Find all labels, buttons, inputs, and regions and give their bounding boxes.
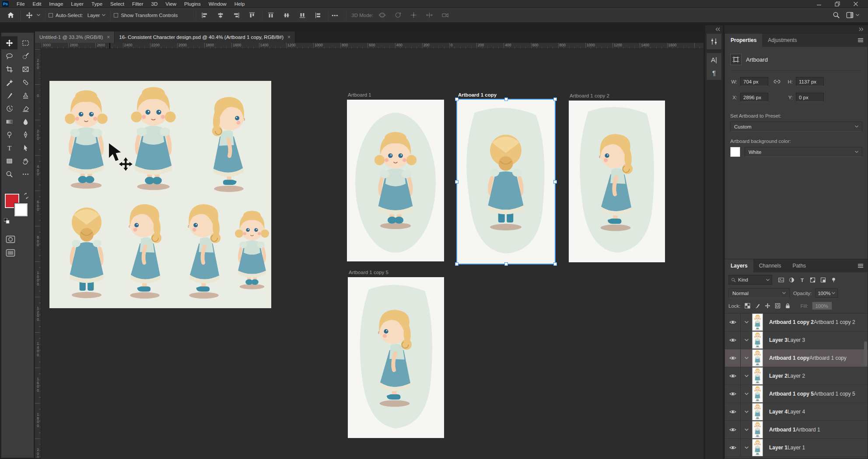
artboard-label[interactable]: Artboard 1 copy [458, 92, 497, 97]
height-field[interactable]: 1137 px [796, 77, 824, 86]
type-tool[interactable] [1, 141, 18, 154]
menu-item[interactable]: 3D [147, 0, 162, 8]
distribute-bottom-icon[interactable] [297, 10, 308, 21]
layer-thumbnail[interactable] [752, 349, 763, 367]
distribute-top-icon[interactable] [266, 10, 276, 21]
selection-handle[interactable] [553, 180, 557, 184]
restore-icon[interactable] [835, 1, 840, 7]
frame-tool[interactable] [18, 63, 34, 76]
layer-row[interactable]: Layer 2 Layer 2 [725, 367, 868, 385]
artboard-panel[interactable]: Artboard 1 copy 5 [348, 277, 444, 438]
align-right-icon[interactable] [231, 10, 242, 21]
layer-thumbnail[interactable] [752, 313, 763, 331]
artboard-panel[interactable]: Artboard 1 copy 2 [569, 101, 665, 262]
crop-tool[interactable] [1, 63, 18, 76]
layer-thumbnail[interactable] [752, 367, 763, 385]
layer-search-filter[interactable]: Kind [728, 275, 772, 285]
menu-item[interactable]: Image [45, 0, 67, 8]
menu-item[interactable]: Filter [128, 0, 147, 8]
reference-image[interactable] [49, 81, 271, 308]
lock-artboard-nesting-icon[interactable] [775, 303, 780, 309]
history-brush-tool[interactable] [1, 102, 18, 115]
layer-row[interactable]: Artboard 1 copy 2 Artboard 1 copy 2 [725, 313, 868, 331]
selection-handle[interactable] [455, 97, 458, 101]
character-panel-icon[interactable]: A| [711, 57, 717, 63]
adjustment-layer-filter-icon[interactable] [788, 277, 795, 283]
canvas[interactable]: Artboard 1 Artboard 1 copy Artboard 1 c [41, 49, 704, 459]
move-tool[interactable] [1, 36, 18, 49]
tab-close-icon[interactable]: × [287, 34, 290, 40]
gradient-tool[interactable] [1, 115, 18, 128]
chevron-down-icon[interactable] [37, 14, 40, 16]
layer-row[interactable]: Artboard 1 copy 5 Artboard 1 copy 5 [725, 385, 868, 403]
paragraph-panel-icon[interactable]: ¶ [712, 70, 716, 76]
horizontal-ruler[interactable]: 3000280026002400220020001800160014001200… [41, 43, 704, 49]
menu-item[interactable]: Edit [29, 0, 46, 8]
healing-brush-tool[interactable] [18, 76, 34, 89]
3d-pan-icon[interactable] [408, 10, 419, 21]
menu-item[interactable]: Layer [67, 0, 88, 8]
visibility-eye-icon[interactable] [725, 367, 741, 385]
menu-item[interactable]: View [161, 0, 180, 8]
chevron-down-icon[interactable] [741, 375, 752, 377]
layer-row[interactable]: Artboard 1 Artboard 1 [725, 421, 868, 439]
dodge-tool[interactable] [1, 128, 18, 141]
visibility-eye-icon[interactable] [725, 421, 741, 438]
artboard-panel-selected[interactable]: Artboard 1 copy [457, 100, 555, 264]
search-icon[interactable] [833, 11, 840, 19]
panel-tab[interactable]: Layers [725, 259, 753, 272]
layer-thumbnail[interactable] [752, 385, 763, 403]
chevron-down-icon[interactable] [741, 321, 752, 323]
scrollbar-thumb[interactable] [864, 341, 867, 366]
layer-filtering-toggle-icon[interactable] [830, 277, 837, 283]
pen-tool[interactable] [18, 128, 34, 141]
3d-slide-icon[interactable] [424, 10, 434, 21]
layer-row[interactable]: Layer 1 Layer 1 [725, 439, 868, 457]
panel-tab[interactable]: Paths [787, 259, 812, 272]
default-colors-icon[interactable] [4, 218, 10, 224]
panel-tab[interactable]: Properties [725, 34, 762, 47]
more-align-options-button[interactable]: ••• [332, 13, 338, 18]
align-left-icon[interactable] [200, 10, 210, 21]
chevron-down-icon[interactable] [741, 428, 752, 431]
type-layer-filter-icon[interactable] [799, 277, 805, 283]
menu-item[interactable]: Select [106, 0, 128, 8]
y-field[interactable]: 0 px [796, 93, 824, 102]
lock-position-icon[interactable] [765, 303, 770, 309]
hand-tool[interactable] [18, 154, 34, 167]
artboard-label[interactable]: Artboard 1 copy 2 [570, 93, 609, 98]
background-color-dropdown[interactable]: White [745, 147, 862, 157]
rectangle-tool[interactable] [1, 154, 18, 167]
x-field[interactable]: 2896 px [740, 93, 768, 102]
artboard-label[interactable]: Artboard 1 copy 5 [349, 270, 388, 275]
width-field[interactable]: 704 px [740, 77, 768, 86]
blur-tool[interactable] [18, 115, 34, 128]
align-horizontal-centers-icon[interactable] [215, 10, 226, 21]
3d-roll-icon[interactable] [392, 10, 403, 21]
background-color-swatch[interactable] [730, 147, 740, 157]
lock-image-pixels-icon[interactable] [755, 303, 760, 309]
path-select-tool[interactable] [18, 141, 34, 154]
swap-colors-icon[interactable] [23, 193, 29, 199]
expand-dock-icon[interactable] [724, 25, 868, 33]
selection-handle[interactable] [553, 262, 557, 266]
edit-toolbar-button[interactable] [18, 167, 34, 181]
document-tab[interactable]: 16- Consistent Character design.psd @ 40… [115, 31, 295, 43]
layer-thumbnail[interactable] [752, 403, 763, 421]
minimize-icon[interactable] [816, 1, 822, 7]
collapse-dock-icon[interactable] [705, 25, 723, 33]
pixel-layer-filter-icon[interactable] [778, 277, 784, 283]
3d-orbit-icon[interactable] [377, 10, 387, 21]
eyedropper-tool[interactable] [1, 76, 18, 89]
link-dimensions-icon[interactable] [768, 78, 786, 86]
distribute-middle-icon[interactable] [281, 10, 292, 21]
visibility-eye-icon[interactable] [725, 349, 741, 367]
tab-close-icon[interactable]: × [107, 34, 110, 40]
background-color-swatch[interactable] [14, 203, 28, 216]
distribute-left-icon[interactable] [313, 10, 323, 21]
smart-object-filter-icon[interactable] [820, 277, 826, 283]
layer-thumbnail[interactable] [752, 439, 763, 456]
brush-settings-panel-icon[interactable] [710, 38, 718, 45]
marquee-tool[interactable] [18, 36, 34, 49]
selection-handle[interactable] [455, 180, 458, 184]
